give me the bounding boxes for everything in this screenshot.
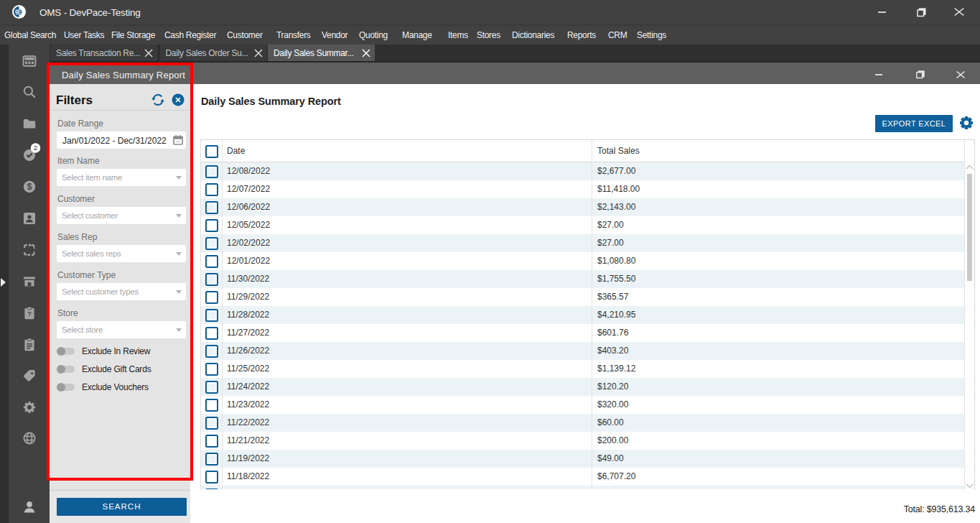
svg-text:$: $ <box>27 182 32 192</box>
svg-text:?: ? <box>27 310 32 318</box>
svg-text:2: 2 <box>33 144 37 152</box>
